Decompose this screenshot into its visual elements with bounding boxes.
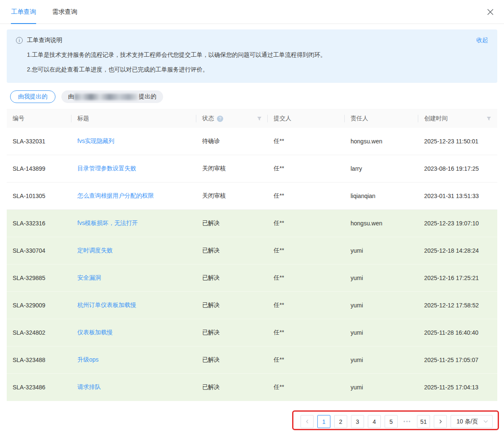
tab-demand-query[interactable]: 需求查询	[52, 0, 77, 24]
ticket-title-link[interactable]: 目录管理参数设置失败	[77, 165, 136, 172]
cell-submitter: 任**	[268, 192, 345, 200]
cell-status: 已解决	[196, 274, 268, 282]
last-page-button[interactable]: 51	[417, 415, 430, 428]
ticket-title-link[interactable]: fvs实现隐藏列	[77, 137, 114, 144]
cell-status: 已解决	[196, 356, 268, 364]
notice-line-2: 2.您可以在此处查看工单进度，也可以对已完成的工单服务进行评价。	[27, 66, 489, 74]
cell-submitter: 任**	[268, 137, 345, 145]
table-row: SLA-101305 怎么查询根据用户分配的权限 关闭审核 任** liqian…	[7, 182, 497, 210]
cell-created: 2023-08-16 19:17:25	[418, 165, 497, 172]
cell-created: 2023-01-31 13:51:33	[418, 193, 497, 199]
cell-status: 关闭审核	[196, 165, 268, 172]
table-row: SLA-323486 请求排队 已解决 任** yumi 2025-11-25 …	[7, 374, 497, 401]
cell-created: 2025-11-28 16:40:40	[418, 329, 497, 336]
cell-title: 安全漏洞	[71, 274, 196, 282]
cell-status: 已解决	[196, 247, 268, 254]
cell-ticket-id: SLA-323486	[7, 384, 71, 391]
cell-status: 已解决	[196, 301, 268, 309]
page-button-3[interactable]: 3	[351, 415, 364, 428]
cell-title: 目录管理参数设置失败	[71, 165, 196, 172]
cell-owner: larry	[345, 165, 418, 172]
cell-title: 杭州订单仪表板加载慢	[71, 301, 196, 309]
page-button-4[interactable]: 4	[368, 415, 381, 428]
page-button-1[interactable]: 1	[317, 415, 330, 428]
page-number-buttons: 12345	[317, 415, 398, 428]
cell-created: 2025-12-23 19:07:10	[418, 220, 497, 227]
cell-ticket-id: SLA-101305	[7, 193, 71, 199]
cell-ticket-id: SLA-143899	[7, 165, 71, 172]
cell-owner: yumi	[345, 247, 418, 254]
cell-created: 2025-11-25 17:05:07	[418, 357, 497, 363]
ticket-title-link[interactable]: fvs模板损坏，无法打开	[77, 219, 138, 226]
cell-owner: liqianqian	[345, 193, 418, 199]
ticket-title-link[interactable]: 安全漏洞	[77, 274, 101, 281]
next-page-button[interactable]	[434, 415, 447, 428]
filter-mine-label: 由我提出的	[18, 93, 47, 100]
ticket-title-link[interactable]: 怎么查询根据用户分配的权限	[77, 192, 154, 199]
notice-line-1: 1.工单是技术支持服务的流程记录，技术支持工程师会代您提交工单，以确保您的问题可…	[27, 51, 489, 59]
page-button-5[interactable]: 5	[385, 415, 398, 428]
cell-created: 2025-12-12 17:58:52	[418, 302, 497, 309]
status-help-icon[interactable]: ?	[217, 116, 223, 122]
cell-owner: yumi	[345, 275, 418, 281]
table-row: SLA-330704 定时调度失败 已解决 任** yumi 2025-12-1…	[7, 237, 497, 264]
cell-title: 怎么查询根据用户分配的权限	[71, 192, 196, 200]
cell-ticket-id: SLA-329885	[7, 275, 71, 281]
page-size-label: 10 条/页	[457, 418, 478, 426]
created-filter-icon[interactable]	[486, 116, 491, 121]
chevron-right-icon	[438, 419, 443, 424]
cell-submitter: 任**	[268, 274, 345, 282]
close-button[interactable]	[486, 7, 495, 16]
filter-org-suffix: 提出的	[139, 93, 156, 100]
cell-created: 2025-12-16 17:25:21	[418, 275, 497, 281]
cell-ticket-id: SLA-323488	[7, 357, 71, 363]
filter-org-pill[interactable]: 由 提出的	[61, 90, 163, 103]
cell-status: 已解决	[196, 219, 268, 227]
cell-created: 2025-11-25 17:04:13	[418, 384, 497, 391]
cell-owner: hongsu.wen	[345, 138, 418, 145]
collapse-link[interactable]: 收起	[476, 37, 488, 44]
prev-page-button[interactable]	[301, 415, 314, 428]
chevron-down-icon	[483, 420, 488, 423]
tab-bar: 工单查询 需求查询	[0, 0, 504, 24]
cell-owner: yumi	[345, 302, 418, 309]
cell-status: 待确诊	[196, 137, 268, 145]
notice-header: i 工单查询说明	[16, 37, 489, 44]
pagination-ellipsis[interactable]: •••	[401, 419, 413, 425]
cell-owner: hongsu.wen	[345, 220, 418, 227]
ticket-title-link[interactable]: 仪表板加载慢	[77, 329, 113, 336]
status-filter-icon[interactable]	[257, 116, 262, 121]
ticket-title-link[interactable]: 杭州订单仪表板加载慢	[77, 301, 136, 308]
chevron-left-icon	[305, 419, 309, 424]
page-size-select[interactable]: 10 条/页	[451, 415, 493, 428]
ticket-title-link[interactable]: 升级ops	[77, 356, 99, 363]
cell-ticket-id: SLA-330704	[7, 247, 71, 254]
table-row: SLA-323488 升级ops 已解决 任** yumi 2025-11-25…	[7, 346, 497, 374]
filter-org-prefix: 由	[68, 93, 74, 100]
ticket-title-link[interactable]: 定时调度失败	[77, 247, 113, 254]
cell-submitter: 任**	[268, 219, 345, 227]
cell-ticket-id: SLA-329009	[7, 302, 71, 309]
cell-submitter: 任**	[268, 383, 345, 391]
table-header: 编号 标题 状态 ? 提交人 责任人 创建时间	[7, 109, 497, 128]
cell-ticket-id: SLA-332316	[7, 220, 71, 227]
cell-owner: yumi	[345, 384, 418, 391]
tab-ticket-query[interactable]: 工单查询	[11, 0, 36, 24]
close-icon	[487, 8, 494, 16]
col-header-status: 状态 ?	[196, 109, 268, 128]
page-button-2[interactable]: 2	[334, 415, 347, 428]
cell-title: 请求排队	[71, 383, 196, 391]
col-header-id: 编号	[7, 109, 71, 128]
table-row: SLA-143899 目录管理参数设置失败 关闭审核 任** larry 202…	[7, 155, 497, 182]
table-row: SLA-332316 fvs模板损坏，无法打开 已解决 任** hongsu.w…	[7, 210, 497, 237]
ticket-title-link[interactable]: 请求排队	[77, 383, 101, 390]
filter-mine-pill[interactable]: 由我提出的	[10, 90, 55, 103]
ticket-table: 编号 标题 状态 ? 提交人 责任人 创建时间 SLA-332031 fvs实现…	[7, 109, 497, 401]
filter-pills: 由我提出的 由 提出的	[10, 90, 504, 103]
col-header-title: 标题	[71, 109, 196, 128]
cell-owner: yumi	[345, 329, 418, 336]
col-header-owner: 责任人	[345, 109, 418, 128]
cell-submitter: 任**	[268, 165, 345, 172]
cell-created: 2025-12-18 14:28:24	[418, 247, 497, 254]
col-header-submitter: 提交人	[268, 109, 345, 128]
